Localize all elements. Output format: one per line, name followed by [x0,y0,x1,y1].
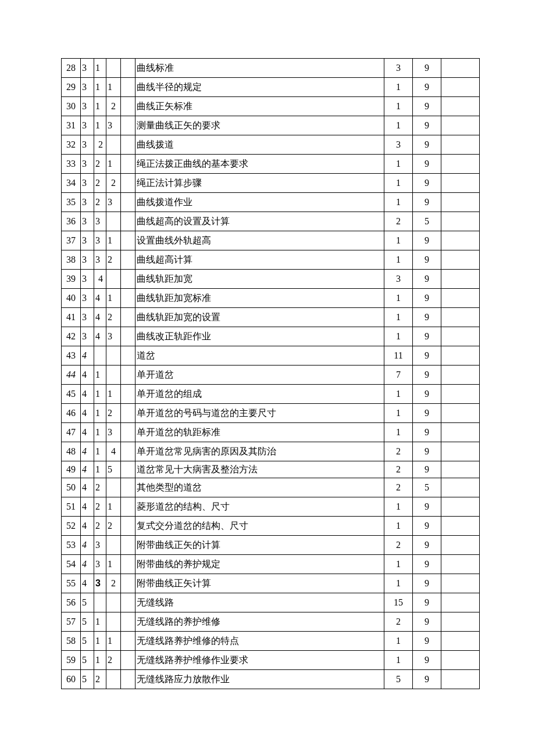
cell-seq: 43 [62,346,81,366]
cell-vb: 9 [413,670,441,689]
cell-seq: 60 [62,670,81,689]
cell-l2: 1 [94,423,106,442]
cell-seq: 49 [62,461,81,478]
cell-vb: 9 [413,155,441,174]
table-row: 34322绳正法计算步骤19 [62,174,480,193]
cell-l4 [121,670,135,689]
cell-vb: 9 [413,651,441,670]
cell-va: 1 [384,404,413,423]
cell-vb: 9 [413,231,441,250]
cell-l1: 3 [81,250,94,270]
cell-seq: 50 [62,478,81,497]
cell-l2: 1 [94,632,106,651]
cell-l1: 4 [81,461,94,478]
cell-l3 [106,212,121,231]
cell-l4 [121,155,135,174]
cell-l2: 1 [94,366,106,385]
cell-l1: 4 [81,423,94,442]
cell-l1: 3 [81,327,94,346]
cell-seq: 32 [62,135,81,155]
cell-l4 [121,59,135,78]
table-row: 42343曲线改正轨距作业19 [62,327,480,346]
cell-l4 [121,97,135,116]
cell-l4 [121,327,135,346]
cell-title: 菱形道岔的结构、尺寸 [135,497,384,517]
table-row: 41342曲线轨距加宽的设置19 [62,308,480,327]
cell-va: 1 [384,308,413,327]
cell-seq: 51 [62,497,81,517]
cell-seq: 29 [62,78,81,97]
cell-l1: 3 [81,155,94,174]
cell-l2: 1 [94,97,106,116]
cell-blank [441,366,480,385]
cell-blank [441,632,480,651]
cell-seq: 57 [62,612,81,632]
table-row: 38332曲线超高计算19 [62,250,480,270]
cell-blank [441,308,480,327]
cell-l2: 3 [94,574,106,593]
table-row: 5042其他类型的道岔25 [62,478,480,497]
cell-title: 曲线半径的规定 [135,78,384,97]
cell-l2: 1 [94,442,106,461]
cell-l2: 2 [94,670,106,689]
cell-title: 单开道岔常见病害的原因及其防治 [135,442,384,461]
cell-va: 1 [384,97,413,116]
cell-va: 15 [384,593,413,612]
cell-l4 [121,555,135,574]
cell-l4 [121,593,135,612]
cell-blank [441,250,480,270]
cell-va: 3 [384,59,413,78]
cell-vb: 9 [413,574,441,593]
cell-seq: 31 [62,116,81,135]
cell-l1: 4 [81,366,94,385]
cell-va: 1 [384,155,413,174]
table-row: 40341曲线轨距加宽标准19 [62,289,480,308]
cell-vb: 9 [413,97,441,116]
cell-title: 曲线轨距加宽的设置 [135,308,384,327]
table-row: 5751无缝线路的养护维修29 [62,612,480,632]
cell-vb: 9 [413,404,441,423]
cell-l4 [121,212,135,231]
cell-l1: 3 [81,231,94,250]
cell-l4 [121,250,135,270]
cell-l1: 3 [81,116,94,135]
cell-l3: 2 [106,97,121,116]
cell-blank [441,97,480,116]
cell-l2: 2 [94,135,106,155]
cell-l3: 3 [106,423,121,442]
cell-va: 1 [384,574,413,593]
cell-l3: 2 [106,174,121,193]
cell-blank [441,574,480,593]
cell-vb: 9 [413,135,441,155]
cell-l4 [121,174,135,193]
cell-title: 无缝线路应力放散作业 [135,670,384,689]
cell-l3: 1 [106,289,121,308]
cell-title: 曲线标准 [135,59,384,78]
cell-l3: 1 [106,632,121,651]
cell-l3: 2 [106,250,121,270]
cell-blank [441,193,480,212]
table-row: 52422复式交分道岔的结构、尺寸19 [62,517,480,536]
cell-va: 1 [384,193,413,212]
cell-vb: 9 [413,327,441,346]
cell-l2: 3 [94,250,106,270]
cell-vb: 9 [413,366,441,385]
cell-blank [441,327,480,346]
cell-title: 附带曲线正矢计算 [135,574,384,593]
cell-blank [441,385,480,404]
cell-blank [441,651,480,670]
cell-blank [441,231,480,250]
cell-l1: 3 [81,270,94,289]
cell-l2: 3 [94,536,106,555]
cell-vb: 9 [413,250,441,270]
cell-blank [441,135,480,155]
cell-blank [441,404,480,423]
table-row: 59512无缝线路养护维修作业要求19 [62,651,480,670]
cell-blank [441,212,480,231]
table-row: 30312曲线正矢标准19 [62,97,480,116]
cell-l1: 3 [81,308,94,327]
cell-title: 其他类型的道岔 [135,478,384,497]
cell-seq: 35 [62,193,81,212]
table-row: 48414单开道岔常见病害的原因及其防治29 [62,442,480,461]
cell-l3: 2 [106,574,121,593]
